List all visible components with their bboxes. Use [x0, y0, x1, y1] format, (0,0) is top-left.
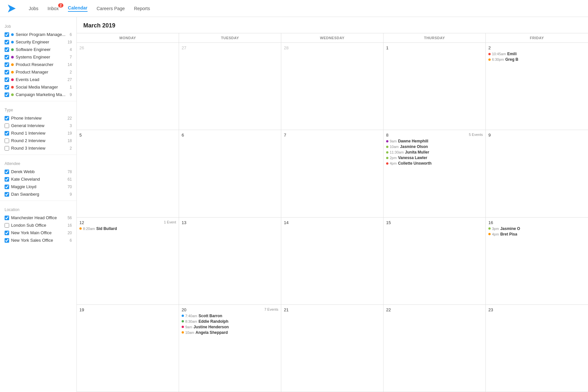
cal-event: 8:30amEddie Randolph [182, 319, 278, 324]
sidebar-checkbox[interactable] [5, 146, 9, 151]
sidebar-dot [11, 86, 14, 89]
cal-event: 10amAngela Sheppard [182, 330, 278, 335]
cal-date: 7 [284, 133, 381, 138]
sidebar-checkbox[interactable] [5, 216, 9, 220]
sidebar-count: 61 [68, 177, 72, 182]
sidebar-label: Dan Swanberg [11, 192, 68, 197]
cal-event: 7:40amScott Barron [182, 314, 278, 318]
sidebar-checkbox[interactable] [5, 62, 9, 67]
sidebar-label: Phone Interview [11, 116, 66, 121]
sidebar-checkbox[interactable] [5, 32, 9, 37]
cal-cell: 1 [384, 43, 486, 130]
sidebar-item[interactable]: New York Main Office20 [0, 229, 76, 237]
cal-cell: 21 [281, 305, 384, 392]
event-time: 3pm [492, 227, 499, 231]
cal-cell: 26 [77, 43, 179, 130]
sidebar-section-title: Job [0, 20, 76, 31]
event-time: 11:30am [390, 150, 404, 154]
cal-cell: 210:45amEmili6:30pmGreg B [486, 43, 588, 130]
sidebar-checkbox[interactable] [5, 70, 9, 74]
sidebar-checkbox[interactable] [5, 223, 9, 228]
sidebar-count: 7 [70, 55, 72, 59]
sidebar-checkbox[interactable] [5, 47, 9, 52]
sidebar-item[interactable]: Maggie Lloyd70 [0, 183, 76, 190]
sidebar-checkbox[interactable] [5, 55, 9, 59]
sidebar-checkbox[interactable] [5, 77, 9, 82]
sidebar-count: 78 [68, 170, 72, 174]
sidebar-item[interactable]: Phone Interview22 [0, 114, 76, 122]
nav-item-careers-page[interactable]: Careers Page [97, 6, 125, 11]
event-time: 8:30am [185, 319, 197, 323]
cal-event: 8:20amSid Bullard [79, 226, 176, 231]
sidebar-checkbox[interactable] [5, 131, 9, 136]
nav-item-calendar[interactable]: Calendar [68, 5, 88, 12]
sidebar-checkbox[interactable] [5, 177, 9, 182]
sidebar-count: 16 [68, 223, 72, 228]
sidebar-checkbox[interactable] [5, 238, 9, 243]
cal-date: 6 [182, 133, 278, 138]
sidebar-item[interactable]: General Interview3 [0, 122, 76, 129]
sidebar-count: 1 [70, 85, 72, 90]
cal-date: 20 [182, 307, 278, 312]
sidebar-label: Senior Program Manage... [16, 32, 68, 37]
cal-cell: 23 [486, 305, 588, 392]
nav-item-reports[interactable]: Reports [134, 6, 150, 11]
calendar-body: 2627281210:45amEmili6:30pmGreg B56785 Ev… [77, 43, 588, 392]
sidebar-item[interactable]: Manchester Head Office56 [0, 214, 76, 221]
cal-header-cell: THURSDAY [384, 33, 486, 42]
cal-date: 12 [79, 220, 176, 225]
sidebar-count: 20 [68, 231, 72, 235]
sidebar-item[interactable]: Software Engineer4 [0, 46, 76, 53]
sidebar-item[interactable]: Dan Swanberg9 [0, 190, 76, 198]
sidebar-item[interactable]: Kate Cleveland61 [0, 175, 76, 183]
cal-date: 15 [386, 220, 483, 225]
sidebar-checkbox[interactable] [5, 116, 9, 121]
sidebar-label: Events Lead [16, 77, 66, 82]
sidebar-item[interactable]: New York Sales Office6 [0, 237, 76, 244]
sidebar-item[interactable]: Product Manager2 [0, 68, 76, 76]
sidebar-item[interactable]: Systems Engineer7 [0, 53, 76, 61]
sidebar-checkbox[interactable] [5, 85, 9, 90]
nav-item-inbox[interactable]: Inbox2 [48, 6, 59, 11]
sidebar-item[interactable]: London Sub Office16 [0, 221, 76, 229]
cal-date: 23 [488, 307, 585, 312]
sidebar-checkbox[interactable] [5, 192, 9, 197]
sidebar-item[interactable]: Round 3 Interview2 [0, 144, 76, 152]
sidebar-dot [11, 78, 14, 81]
cal-events-badge: 5 Events [469, 133, 483, 137]
event-dot [182, 315, 184, 317]
sidebar-item[interactable]: Round 1 Interview19 [0, 129, 76, 137]
sidebar-checkbox[interactable] [5, 231, 9, 235]
cal-header-cell: TUESDAY [179, 33, 281, 42]
cal-date: 1 [386, 45, 483, 50]
sidebar-item[interactable]: Social Media Manager1 [0, 83, 76, 91]
event-name: Sid Bullard [96, 226, 117, 231]
nav-item-jobs[interactable]: Jobs [29, 6, 39, 11]
sidebar-item[interactable]: Campaign Marketing Ma...9 [0, 91, 76, 98]
sidebar-checkbox[interactable] [5, 170, 9, 174]
cal-cell: 19 [77, 305, 179, 392]
sidebar-item[interactable]: Product Researcher14 [0, 61, 76, 68]
sidebar-count: 14 [68, 62, 72, 67]
sidebar-count: 22 [68, 116, 72, 121]
sidebar-item[interactable]: Events Lead27 [0, 76, 76, 83]
cal-date: 8 [386, 133, 483, 138]
sidebar-item[interactable]: Derek Webb78 [0, 168, 76, 175]
sidebar-count: 3 [70, 123, 72, 128]
sidebar-checkbox[interactable] [5, 40, 9, 44]
sidebar-item[interactable]: Round 2 Interview18 [0, 137, 76, 144]
sidebar-checkbox[interactable] [5, 92, 9, 97]
event-name: Emili [507, 52, 517, 56]
sidebar-section-title: Location [0, 204, 76, 214]
sidebar-checkbox[interactable] [5, 139, 9, 143]
calendar-title: March 2019 [77, 17, 588, 33]
sidebar-item[interactable]: Senior Program Manage...6 [0, 31, 76, 38]
cal-event: 9amDawne Hemphill [386, 139, 483, 143]
sidebar-count: 18 [68, 139, 72, 143]
sidebar-checkbox[interactable] [5, 123, 9, 128]
event-dot [488, 233, 491, 235]
cal-date: 28 [284, 45, 381, 50]
sidebar-count: 2 [70, 70, 72, 74]
sidebar-item[interactable]: Security Engineer19 [0, 38, 76, 46]
sidebar-checkbox[interactable] [5, 185, 9, 189]
